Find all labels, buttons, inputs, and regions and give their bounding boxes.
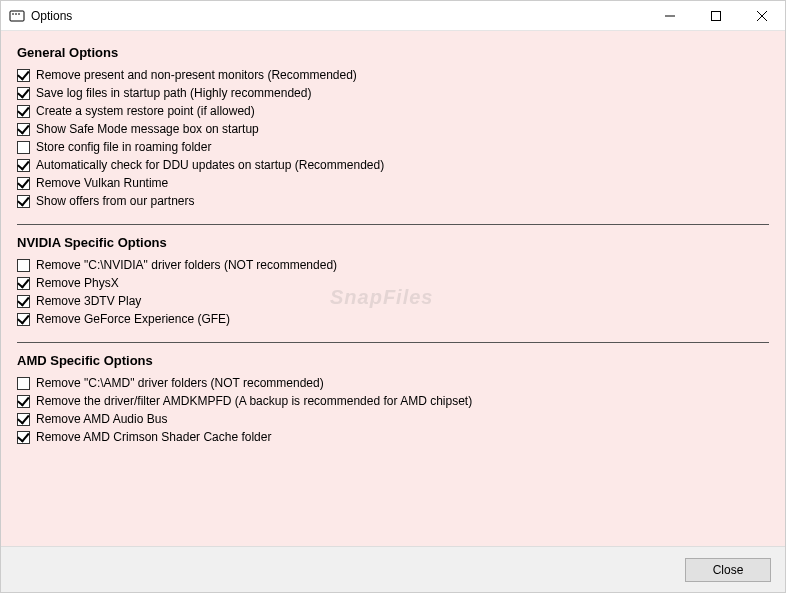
option-label: Show Safe Mode message box on startup <box>36 122 259 136</box>
minimize-button[interactable] <box>647 1 693 31</box>
option-checkbox[interactable] <box>17 431 30 444</box>
section-divider <box>17 342 769 343</box>
titlebar: Options <box>1 1 785 31</box>
close-button[interactable]: Close <box>685 558 771 582</box>
option-label: Remove PhysX <box>36 276 119 290</box>
section-divider <box>17 224 769 225</box>
option-row: Show Safe Mode message box on startup <box>17 120 769 138</box>
option-checkbox[interactable] <box>17 295 30 308</box>
option-checkbox[interactable] <box>17 177 30 190</box>
section-title: General Options <box>17 45 769 60</box>
option-label: Remove Vulkan Runtime <box>36 176 168 190</box>
option-row: Remove GeForce Experience (GFE) <box>17 310 769 328</box>
option-label: Remove AMD Crimson Shader Cache folder <box>36 430 271 444</box>
option-row: Show offers from our partners <box>17 192 769 210</box>
option-row: Store config file in roaming folder <box>17 138 769 156</box>
dialog-footer: Close <box>1 546 785 592</box>
option-row: Remove "C:\AMD" driver folders (NOT reco… <box>17 374 769 392</box>
option-label: Automatically check for DDU updates on s… <box>36 158 384 172</box>
option-checkbox[interactable] <box>17 377 30 390</box>
svg-rect-0 <box>10 11 24 21</box>
option-row: Remove PhysX <box>17 274 769 292</box>
option-checkbox[interactable] <box>17 123 30 136</box>
section-title: AMD Specific Options <box>17 353 769 368</box>
option-checkbox[interactable] <box>17 313 30 326</box>
option-row: Remove AMD Crimson Shader Cache folder <box>17 428 769 446</box>
section-title: NVIDIA Specific Options <box>17 235 769 250</box>
options-panel: General OptionsRemove present and non-pr… <box>1 31 785 546</box>
option-checkbox[interactable] <box>17 413 30 426</box>
option-checkbox[interactable] <box>17 395 30 408</box>
option-checkbox[interactable] <box>17 87 30 100</box>
option-label: Remove present and non-present monitors … <box>36 68 357 82</box>
option-row: Automatically check for DDU updates on s… <box>17 156 769 174</box>
option-label: Create a system restore point (if allowe… <box>36 104 255 118</box>
option-checkbox[interactable] <box>17 69 30 82</box>
option-row: Remove Vulkan Runtime <box>17 174 769 192</box>
option-label: Remove "C:\NVIDIA" driver folders (NOT r… <box>36 258 337 272</box>
svg-rect-5 <box>712 11 721 20</box>
window-title: Options <box>31 9 72 23</box>
option-label: Remove the driver/filter AMDKMPFD (A bac… <box>36 394 472 408</box>
close-window-button[interactable] <box>739 1 785 31</box>
option-label: Remove "C:\AMD" driver folders (NOT reco… <box>36 376 324 390</box>
option-label: Remove 3DTV Play <box>36 294 141 308</box>
option-row: Remove "C:\NVIDIA" driver folders (NOT r… <box>17 256 769 274</box>
options-section: AMD Specific OptionsRemove "C:\AMD" driv… <box>17 353 769 446</box>
option-checkbox[interactable] <box>17 259 30 272</box>
option-row: Remove AMD Audio Bus <box>17 410 769 428</box>
options-section: General OptionsRemove present and non-pr… <box>17 45 769 210</box>
option-label: Remove GeForce Experience (GFE) <box>36 312 230 326</box>
option-checkbox[interactable] <box>17 277 30 290</box>
window-controls <box>647 1 785 31</box>
option-row: Remove the driver/filter AMDKMPFD (A bac… <box>17 392 769 410</box>
app-icon <box>9 8 25 24</box>
option-label: Show offers from our partners <box>36 194 195 208</box>
option-row: Create a system restore point (if allowe… <box>17 102 769 120</box>
option-row: Remove present and non-present monitors … <box>17 66 769 84</box>
option-row: Save log files in startup path (Highly r… <box>17 84 769 102</box>
option-checkbox[interactable] <box>17 105 30 118</box>
option-checkbox[interactable] <box>17 159 30 172</box>
option-label: Save log files in startup path (Highly r… <box>36 86 311 100</box>
option-checkbox[interactable] <box>17 195 30 208</box>
option-label: Remove AMD Audio Bus <box>36 412 167 426</box>
option-row: Remove 3DTV Play <box>17 292 769 310</box>
option-checkbox[interactable] <box>17 141 30 154</box>
options-section: NVIDIA Specific OptionsRemove "C:\NVIDIA… <box>17 235 769 328</box>
option-label: Store config file in roaming folder <box>36 140 211 154</box>
maximize-button[interactable] <box>693 1 739 31</box>
